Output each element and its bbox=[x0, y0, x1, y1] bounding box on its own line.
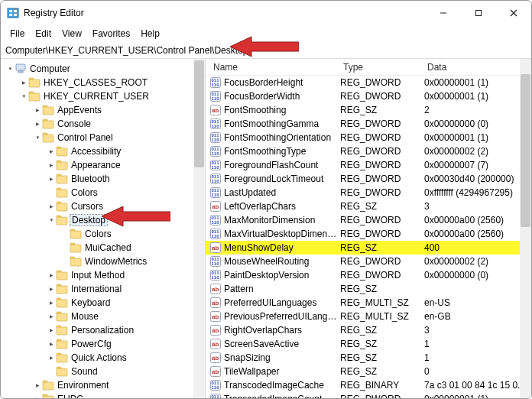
expand-arrow-icon[interactable]: ▶ bbox=[47, 148, 56, 155]
tree-item-label: Appearance bbox=[70, 160, 122, 170]
maximize-button[interactable] bbox=[461, 1, 496, 25]
list-row[interactable]: 011110FontSmoothingTypeREG_DWORD0x000000… bbox=[206, 144, 531, 158]
expand-arrow-icon[interactable]: ▶ bbox=[33, 106, 42, 114]
minimize-button[interactable] bbox=[426, 1, 461, 25]
list-row[interactable]: abLeftOverlapCharsREG_SZ3 bbox=[206, 200, 531, 213]
value-data: 0x00000007 (7) bbox=[424, 160, 531, 170]
tree-item-keyboard[interactable]: ▶Keyboard bbox=[1, 296, 205, 310]
value-type: REG_BINARY bbox=[340, 380, 424, 391]
tree-item-input-method[interactable]: ▶Input Method bbox=[1, 268, 205, 282]
list-row[interactable]: 011110ForegroundFlashCountREG_DWORD0x000… bbox=[206, 158, 531, 172]
tree-item-mouse[interactable]: ▶Mouse bbox=[1, 310, 205, 323]
tree-item-hkey-current-user[interactable]: ▼HKEY_CURRENT_USER bbox=[1, 89, 205, 103]
list-row[interactable]: abPreferredUILanguagesREG_MULTI_SZen-US bbox=[206, 296, 531, 310]
list-row[interactable]: abPatternREG_SZ bbox=[206, 282, 531, 296]
expand-arrow-icon[interactable]: ▼ bbox=[33, 134, 42, 141]
tree-item-label: Accessibility bbox=[70, 146, 122, 157]
tree-item-appevents[interactable]: ▶AppEvents bbox=[1, 103, 205, 117]
list-row[interactable]: 011110TranscodedImageCacheREG_BINARY7a c… bbox=[206, 378, 531, 392]
menu-item-edit[interactable]: Edit bbox=[31, 27, 56, 41]
tree-item-label: Quick Actions bbox=[70, 352, 128, 363]
list-row[interactable]: 011110FontSmoothingGammaREG_DWORD0x00000… bbox=[206, 117, 531, 131]
svg-rect-27 bbox=[57, 176, 67, 183]
tree-item-powercfg[interactable]: ▶PowerCfg bbox=[1, 337, 205, 351]
svg-text:110: 110 bbox=[212, 234, 220, 238]
value-data: 0x00000001 (1) bbox=[424, 132, 531, 143]
menu-item-view[interactable]: View bbox=[57, 27, 86, 41]
tree-item-international[interactable]: ▶International bbox=[1, 282, 205, 296]
list-row[interactable]: 011110MaxMonitorDimensionREG_DWORD0x0000… bbox=[206, 213, 531, 227]
expand-arrow-icon[interactable]: ▶ bbox=[33, 395, 42, 399]
list-row[interactable]: 011110PaintDesktopVersionREG_DWORD0x0000… bbox=[206, 268, 531, 282]
menu-item-help[interactable]: Help bbox=[136, 27, 164, 41]
expand-arrow-icon[interactable]: ▶ bbox=[47, 299, 56, 307]
svg-rect-29 bbox=[57, 190, 67, 197]
list-row[interactable]: abTileWallpaperREG_SZ0 bbox=[206, 365, 531, 378]
tree-item-eudc[interactable]: ▶EUDC bbox=[1, 392, 205, 399]
tree-item-hkey-classes-root[interactable]: ▶HKEY_CLASSES_ROOT bbox=[1, 76, 205, 89]
tree-item-sound[interactable]: Sound bbox=[1, 365, 205, 378]
tree-item-muicached[interactable]: MuiCached bbox=[1, 241, 205, 255]
list-row[interactable]: abRightOverlapCharsREG_SZ3 bbox=[206, 323, 531, 337]
list-row[interactable]: 011110LastUpdatedREG_DWORD0xffffffff (42… bbox=[206, 186, 531, 200]
value-type: REG_DWORD bbox=[340, 118, 424, 129]
list-row[interactable]: 011110FontSmoothingOrientationREG_DWORD0… bbox=[206, 131, 531, 144]
svg-text:011: 011 bbox=[212, 394, 220, 399]
expand-arrow-icon[interactable]: ▶ bbox=[47, 340, 56, 348]
expand-arrow-icon[interactable]: ▶ bbox=[47, 326, 56, 334]
column-header-type[interactable]: Type bbox=[340, 60, 424, 74]
expand-arrow-icon[interactable]: ▶ bbox=[33, 381, 42, 389]
list-scrollbar-thumb[interactable] bbox=[521, 74, 530, 227]
list-row[interactable]: 011110MouseWheelRoutingREG_DWORD0x000000… bbox=[206, 255, 531, 268]
expand-arrow-icon[interactable]: ▼ bbox=[19, 92, 28, 100]
expand-arrow-icon[interactable]: ▶ bbox=[47, 354, 56, 362]
tree-scrollbar[interactable] bbox=[193, 59, 205, 399]
expand-arrow-icon[interactable]: ▼ bbox=[47, 216, 56, 224]
tree-item-computer[interactable]: ▼Computer bbox=[1, 62, 205, 76]
list-row[interactable]: abSnapSizingREG_SZ1 bbox=[206, 351, 531, 365]
svg-text:ab: ab bbox=[212, 341, 219, 348]
expand-arrow-icon[interactable]: ▶ bbox=[47, 175, 56, 183]
list-row[interactable]: abPreviousPreferredUILangua...REG_MULTI_… bbox=[206, 310, 531, 323]
tree-item-windowmetrics[interactable]: WindowMetrics bbox=[1, 255, 205, 268]
expand-arrow-icon[interactable]: ▶ bbox=[47, 313, 56, 320]
expand-arrow-icon[interactable]: ▶ bbox=[19, 79, 28, 86]
value-name: TileWallpaper bbox=[224, 366, 340, 377]
expand-arrow-icon[interactable]: ▶ bbox=[47, 203, 56, 210]
list-scrollbar[interactable] bbox=[520, 59, 531, 399]
expand-arrow-icon[interactable]: ▶ bbox=[33, 120, 42, 128]
list-row[interactable]: abMenuShowDelayREG_SZ400 bbox=[206, 241, 531, 255]
list-row[interactable]: abFontSmoothingREG_SZ2 bbox=[206, 103, 531, 117]
value-type: REG_SZ bbox=[340, 201, 424, 212]
svg-text:110: 110 bbox=[212, 96, 220, 101]
column-header-data[interactable]: Data bbox=[424, 60, 531, 74]
tree-item-control-panel[interactable]: ▼Control Panel bbox=[1, 131, 205, 144]
svg-rect-49 bbox=[57, 327, 67, 335]
menu-item-favorites[interactable]: Favorites bbox=[88, 27, 135, 41]
expand-arrow-icon[interactable]: ▶ bbox=[47, 161, 56, 169]
tree-item-bluetooth[interactable]: ▶Bluetooth bbox=[1, 172, 205, 186]
close-button[interactable] bbox=[496, 1, 531, 25]
list-row[interactable]: 011110MaxVirtualDesktopDimensi...REG_DWO… bbox=[206, 227, 531, 241]
list-row[interactable]: 011110ForegroundLockTimeoutREG_DWORD0x00… bbox=[206, 172, 531, 186]
list-body[interactable]: 011110FocusBorderHeightREG_DWORD0x000000… bbox=[206, 76, 531, 399]
tree-item-quick-actions[interactable]: ▶Quick Actions bbox=[1, 351, 205, 365]
list-row[interactable]: 011110TranscodedImageCountREG_DWORD0x000… bbox=[206, 392, 531, 399]
tree-item-accessibility[interactable]: ▶Accessibility bbox=[1, 144, 205, 158]
tree-item-personalization[interactable]: ▶Personalization bbox=[1, 323, 205, 337]
tree-item-appearance[interactable]: ▶Appearance bbox=[1, 158, 205, 172]
tree-item-environment[interactable]: ▶Environment bbox=[1, 378, 205, 392]
tree-item-colors[interactable]: Colors bbox=[1, 186, 205, 200]
list-row[interactable]: 011110FocusBorderHeightREG_DWORD0x000000… bbox=[206, 76, 531, 89]
value-type: REG_SZ bbox=[340, 284, 424, 294]
svg-text:110: 110 bbox=[212, 151, 220, 156]
expand-arrow-icon[interactable]: ▶ bbox=[47, 271, 56, 279]
value-data: 0x00000001 (1) bbox=[424, 394, 531, 399]
tree-scrollbar-thumb[interactable] bbox=[194, 60, 204, 167]
tree-item-console[interactable]: ▶Console bbox=[1, 117, 205, 131]
expand-arrow-icon[interactable]: ▼ bbox=[5, 65, 15, 73]
menu-item-file[interactable]: File bbox=[5, 27, 29, 41]
list-row[interactable]: abScreenSaveActiveREG_SZ1 bbox=[206, 337, 531, 351]
list-row[interactable]: 011110FocusBorderWidthREG_DWORD0x0000000… bbox=[206, 89, 531, 103]
expand-arrow-icon[interactable]: ▶ bbox=[47, 285, 56, 293]
